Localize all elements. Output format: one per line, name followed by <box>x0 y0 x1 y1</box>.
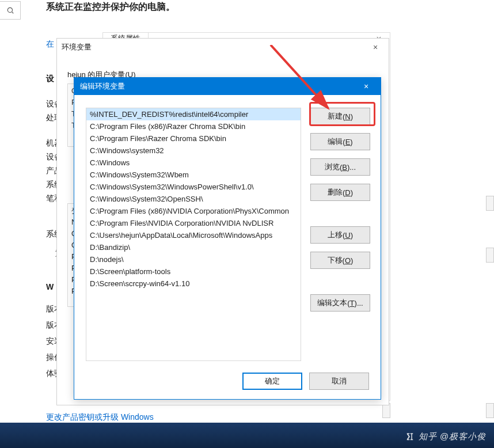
close-icon[interactable]: × <box>358 78 375 95</box>
dialog-title: 编辑环境变量 <box>80 81 125 92</box>
path-entry[interactable]: C:\Program Files\NVIDIA Corporation\NVID… <box>86 217 301 229</box>
delete-button[interactable]: 删除(D) <box>310 184 370 201</box>
zhihu-icon <box>405 432 415 442</box>
dialog-titlebar[interactable]: 环境变量 × <box>57 39 389 56</box>
left-frag-link[interactable]: 在 <box>46 39 54 50</box>
move-up-button[interactable]: 上移(U) <box>310 226 370 244</box>
browse-button[interactable]: 浏览(B)... <box>310 158 370 176</box>
path-entry[interactable]: C:\Windows <box>86 157 301 169</box>
svg-line-1 <box>12 12 13 14</box>
new-button[interactable]: 新建(N) <box>310 108 370 125</box>
change-product-key-link[interactable]: 更改产品密钥或升级 Windows <box>46 412 154 423</box>
security-status-text: 系统正在监控并保护你的电脑。 <box>46 1 175 13</box>
edit-button[interactable]: 编辑(E) <box>310 133 370 150</box>
path-entry[interactable]: C:\Program Files (x86)\NVIDIA Corporatio… <box>86 205 301 217</box>
path-entry[interactable]: C:\Program Files (x86)\Razer Chroma SDK\… <box>86 120 301 132</box>
watermark: 知乎 @极客小俊 <box>405 431 486 442</box>
left-frag: W <box>46 282 54 291</box>
path-entry[interactable]: C:\Program Files\Razer Chroma SDK\bin <box>86 132 301 145</box>
screenshot-stage: 系统正在监控并保护你的电脑。 在 设 设备 处理 机器 设备 产品 系统 笔和 … <box>0 0 494 448</box>
path-entry[interactable]: %INTEL_DEV_REDIST%redist\intel64\compile… <box>86 108 301 120</box>
path-entry[interactable]: C:\Windows\system32 <box>86 145 301 157</box>
path-entry[interactable]: D:\nodejs\ <box>86 253 301 265</box>
dialog-title: 环境变量 <box>62 42 92 52</box>
path-entry[interactable]: C:\Users\hejun\AppData\Local\Microsoft\W… <box>86 229 301 241</box>
path-entries-list[interactable]: %INTEL_DEV_REDIST%redist\intel64\compile… <box>86 108 301 361</box>
move-down-button[interactable]: 下移(O) <box>310 252 370 269</box>
path-entry[interactable]: D:\Screen\platform-tools <box>86 265 301 278</box>
search-icon <box>6 6 14 14</box>
path-entry[interactable]: C:\Windows\System32\OpenSSH\ <box>86 193 301 205</box>
dialog-titlebar[interactable]: 编辑环境变量 × <box>74 78 381 95</box>
svg-point-0 <box>7 7 12 12</box>
path-entry[interactable]: D:\Bandizip\ <box>86 241 301 253</box>
close-icon[interactable]: × <box>367 39 384 56</box>
edit-text-button[interactable]: 编辑文本(T)... <box>310 294 370 312</box>
edit-environment-variable-dialog: 编辑环境变量 × %INTEL_DEV_REDIST%redist\intel6… <box>74 77 381 400</box>
path-entry[interactable]: C:\Windows\System32\Wbem <box>86 169 301 181</box>
search-box[interactable] <box>0 1 21 20</box>
path-entry[interactable]: C:\Windows\System32\WindowsPowerShell\v1… <box>86 181 301 193</box>
cancel-button[interactable]: 取消 <box>309 373 369 390</box>
path-entry[interactable]: D:\Screen\scrcpy-win64-v1.10 <box>86 278 301 290</box>
left-frag: 设 <box>46 74 54 84</box>
ok-button[interactable]: 确定 <box>242 373 302 390</box>
